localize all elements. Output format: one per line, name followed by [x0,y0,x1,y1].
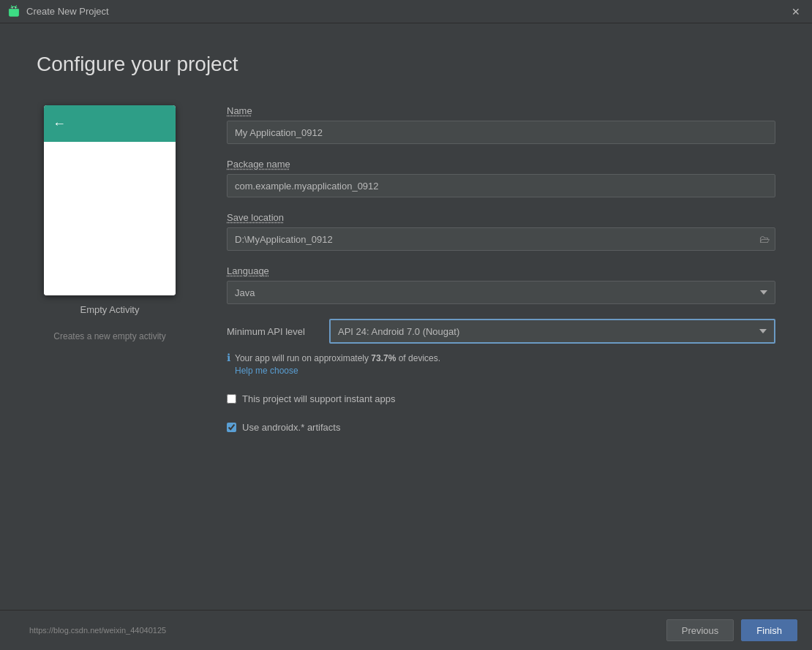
phone-toolbar: ← [44,105,176,142]
package-name-input[interactable] [227,174,775,197]
activity-name-label: Empty Activity [80,304,140,315]
package-name-group: Package name [227,159,775,197]
close-button[interactable]: ✕ [787,4,805,19]
folder-icon[interactable]: 🗁 [759,233,770,245]
androidx-checkbox[interactable] [227,423,236,432]
info-icon: ℹ [227,352,230,363]
name-input[interactable] [227,121,775,144]
instant-apps-checkbox-row: This project will support instant apps [227,393,775,404]
svg-line-3 [16,5,17,6]
save-location-label: Save location [227,212,775,223]
phone-preview: ← [44,105,176,295]
save-location-input[interactable] [227,227,775,251]
api-info-text-block: Your app will run on approximately 73.7%… [235,351,440,376]
name-label: Name [227,105,775,116]
save-location-input-wrapper: 🗁 [227,227,775,251]
svg-point-0 [12,7,13,9]
back-arrow-icon: ← [53,116,66,132]
api-info-row: ℹ Your app will run on approximately 73.… [227,351,775,376]
url-display: https://blog.csdn.net/weixin_44040125 [15,626,659,635]
left-panel: ← Empty Activity Creates a new empty act… [37,105,183,595]
info-text-after: of devices. [396,353,440,363]
language-group: Language Java Kotlin [227,265,775,304]
instant-apps-checkbox[interactable] [227,394,236,404]
api-level-label: Minimum API level [227,326,322,337]
api-level-group: Minimum API level API 24: Android 7.0 (N… [227,319,775,376]
instant-apps-label: This project will support instant apps [242,393,396,404]
api-level-input-row: Minimum API level API 24: Android 7.0 (N… [227,319,775,344]
help-me-choose-link[interactable]: Help me choose [235,366,440,376]
main-content: Configure your project ← Empty Activity … [0,23,812,610]
svg-point-1 [15,7,17,9]
api-info-text: Your app will run on approximately 73.7%… [235,353,440,363]
info-text-before: Your app will run on approximately [235,353,371,363]
package-name-label: Package name [227,159,775,170]
content-row: ← Empty Activity Creates a new empty act… [37,105,775,595]
language-select[interactable]: Java Kotlin [227,281,775,304]
save-location-group: Save location 🗁 [227,212,775,251]
previous-button[interactable]: Previous [666,619,734,641]
bottom-bar: https://blog.csdn.net/weixin_44040125 Pr… [0,610,812,650]
language-label: Language [227,265,775,276]
androidx-label: Use androidx.* artifacts [242,422,340,433]
svg-line-2 [11,5,12,6]
info-percent: 73.7% [371,353,396,363]
activity-description: Creates a new empty activity [53,331,165,341]
window-title: Create New Project [26,6,109,17]
androidx-checkbox-row: Use androidx.* artifacts [227,422,775,433]
finish-button[interactable]: Finish [741,619,797,641]
android-logo-icon [7,5,20,18]
phone-body [44,142,176,295]
name-group: Name [227,105,775,144]
right-panel: Name Package name Save location 🗁 Langua… [227,105,775,595]
api-level-select[interactable]: API 24: Android 7.0 (Nougat) API 21: And… [329,319,775,344]
title-bar: Create New Project ✕ [0,0,812,23]
title-bar-left: Create New Project [7,5,109,18]
page-title: Configure your project [37,53,775,76]
